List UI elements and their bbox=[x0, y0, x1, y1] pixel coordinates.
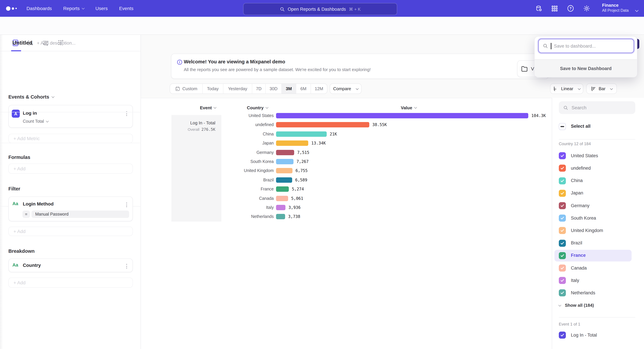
bar[interactable] bbox=[276, 131, 327, 137]
country-filter-row-germany[interactable]: Germany bbox=[552, 202, 644, 209]
metric-aggregation-dropdown[interactable]: Count Total bbox=[23, 119, 48, 124]
filter-kebab-icon[interactable] bbox=[125, 202, 128, 208]
country-label: Canada bbox=[571, 265, 587, 270]
date-range-12m[interactable]: 12M bbox=[311, 84, 327, 93]
breakdown-property-name[interactable]: Country bbox=[23, 263, 41, 268]
date-range-7d[interactable]: 7D bbox=[252, 84, 266, 93]
add-description-button[interactable]: + Add description... bbox=[37, 40, 76, 46]
save-input-placeholder: Save to dashboard... bbox=[554, 43, 596, 48]
country-checkbox[interactable] bbox=[559, 202, 566, 209]
bar[interactable] bbox=[276, 159, 294, 164]
nav-item-events[interactable]: Events bbox=[119, 6, 134, 11]
filter-property-name[interactable]: Login Method bbox=[23, 201, 54, 207]
project-chevron-down-icon[interactable] bbox=[633, 7, 638, 13]
bar[interactable] bbox=[276, 177, 292, 183]
bar[interactable] bbox=[276, 186, 289, 192]
country-checkbox[interactable] bbox=[559, 152, 566, 159]
country-filter-row-south-korea[interactable]: South Korea bbox=[552, 215, 644, 222]
country-filter-row-china[interactable]: China bbox=[552, 177, 644, 184]
country-filter-row-italy[interactable]: Italy bbox=[552, 277, 644, 284]
global-search[interactable]: Open Reports & Dashboards ⌘ + K bbox=[243, 3, 397, 15]
country-checkbox[interactable] bbox=[559, 227, 566, 234]
country-checkbox[interactable] bbox=[559, 215, 566, 222]
show-all-button[interactable]: Show all (184) bbox=[559, 303, 594, 308]
bar[interactable] bbox=[276, 122, 369, 128]
column-header-value[interactable]: Value bbox=[401, 105, 416, 110]
country-checkbox[interactable] bbox=[559, 265, 566, 272]
country-filter-row-undefined[interactable]: undefined bbox=[552, 165, 644, 172]
date-range-6m[interactable]: 6M bbox=[296, 84, 311, 93]
metrics-section-header[interactable]: Events & Cohorts bbox=[8, 94, 54, 100]
bar[interactable] bbox=[276, 214, 285, 219]
save-dashboard-search-input[interactable]: Save to dashboard... bbox=[538, 39, 634, 53]
help-icon[interactable]: ? bbox=[567, 5, 574, 12]
bar[interactable] bbox=[276, 140, 308, 146]
country-filter-row-france[interactable]: France bbox=[552, 252, 644, 259]
country-checkbox[interactable] bbox=[559, 240, 566, 247]
country-filter-row-netherlands[interactable]: Netherlands bbox=[552, 290, 644, 297]
add-filter-button[interactable]: + Add bbox=[8, 227, 133, 236]
settings-gear-icon[interactable] bbox=[583, 5, 590, 12]
country-checkbox[interactable] bbox=[559, 165, 566, 172]
bar-row-germany: Germany7,515 bbox=[141, 150, 552, 155]
breakdown-section-header: Breakdown bbox=[8, 248, 34, 254]
date-range-30d[interactable]: 30D bbox=[266, 84, 282, 93]
filter-value-chip[interactable]: Manual Password bbox=[32, 211, 129, 218]
filter-operator-chip[interactable]: = bbox=[22, 211, 30, 218]
scale-dropdown[interactable]: Linear bbox=[550, 83, 583, 94]
chart-type-dropdown[interactable]: Bar bbox=[586, 83, 617, 94]
bar[interactable] bbox=[276, 113, 528, 118]
select-all-row[interactable]: Select all bbox=[552, 123, 644, 130]
country-filter-row-united-states[interactable]: United States bbox=[552, 152, 644, 159]
event-filter-row-log-in---total[interactable]: Log In - Total bbox=[552, 332, 644, 339]
country-checkbox[interactable] bbox=[559, 190, 566, 197]
date-range-today[interactable]: Today bbox=[202, 84, 224, 93]
country-checkbox[interactable] bbox=[559, 290, 566, 297]
bar-value-label: 6,589 bbox=[295, 177, 307, 183]
nav-item-users[interactable]: Users bbox=[96, 6, 108, 11]
add-breakdown-button[interactable]: + Add bbox=[8, 278, 133, 288]
bar[interactable] bbox=[276, 196, 288, 201]
metric-name[interactable]: Log In bbox=[23, 110, 37, 116]
metric-kebab-icon[interactable] bbox=[125, 110, 128, 117]
event-checkbox[interactable] bbox=[559, 332, 566, 339]
country-filter-row-brazil[interactable]: Brazil bbox=[552, 240, 644, 247]
bar[interactable] bbox=[276, 205, 286, 210]
bar[interactable] bbox=[276, 150, 294, 155]
hidden-button-text: V bbox=[531, 66, 534, 71]
country-label: France bbox=[571, 253, 586, 258]
country-checkbox[interactable] bbox=[559, 177, 566, 184]
date-range-custom[interactable]: Custom bbox=[170, 84, 202, 93]
breakdown-kebab-icon[interactable] bbox=[125, 263, 128, 270]
country-checkbox[interactable] bbox=[559, 277, 566, 284]
column-header-event[interactable]: Event bbox=[200, 105, 216, 110]
select-all-checkbox-indeterminate[interactable] bbox=[559, 123, 566, 130]
country-checkbox[interactable] bbox=[559, 252, 566, 259]
compare-button[interactable]: Compare bbox=[330, 83, 362, 94]
date-range-yesterday[interactable]: Yesterday bbox=[224, 84, 252, 93]
nav-item-dashboards[interactable]: Dashboards bbox=[26, 6, 52, 11]
country-filter-row-canada[interactable]: Canada bbox=[552, 265, 644, 272]
metric-card[interactable]: A Log In Count Total bbox=[8, 105, 133, 128]
save-to-new-dashboard-button[interactable]: Save to New Dashboard bbox=[535, 59, 637, 77]
date-range-3m[interactable]: 3M bbox=[282, 84, 296, 93]
column-header-country[interactable]: Country bbox=[247, 105, 268, 110]
country-filter-row-united-kingdom[interactable]: United Kingdom bbox=[552, 227, 644, 234]
breakdown-card[interactable]: Aa Country bbox=[8, 259, 133, 272]
report-title[interactable]: Untitled bbox=[12, 40, 32, 46]
legend-search-input[interactable]: Search bbox=[559, 101, 635, 114]
bar-category-label: undefined bbox=[141, 122, 274, 128]
add-metric-button[interactable]: + Add Metric bbox=[8, 134, 133, 143]
project-switcher[interactable]: Finance All Project Data bbox=[602, 3, 629, 12]
data-management-icon[interactable] bbox=[535, 5, 542, 12]
bar[interactable] bbox=[276, 168, 292, 173]
country-filter-row-japan[interactable]: Japan bbox=[552, 190, 644, 197]
filter-card[interactable]: Aa Login Method = Manual Password bbox=[8, 196, 133, 221]
banner-title: Welcome! You are viewing a Mixpanel demo bbox=[184, 59, 285, 64]
overall-label: Overall bbox=[188, 127, 200, 131]
apps-grid-icon[interactable] bbox=[551, 5, 558, 12]
mixpanel-logo-icon[interactable] bbox=[6, 0, 17, 17]
add-formula-button[interactable]: + Add bbox=[8, 164, 133, 174]
nav-item-reports[interactable]: Reports bbox=[63, 6, 84, 11]
demo-welcome-banner: Welcome! You are viewing a Mixpanel demo… bbox=[171, 54, 549, 79]
